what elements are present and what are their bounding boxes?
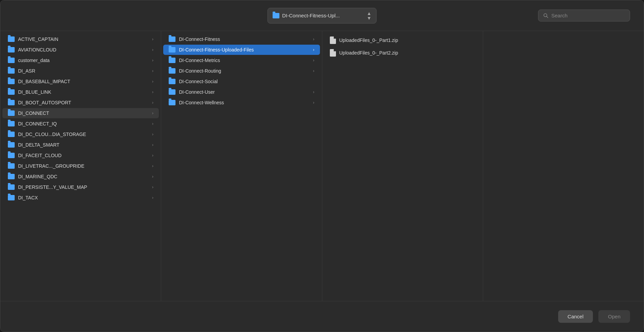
folder-icon bbox=[8, 100, 15, 105]
item-name: DI_DELTA_SMART bbox=[18, 142, 149, 148]
item-name: DI_ASR bbox=[18, 68, 149, 74]
chevron-right-icon: › bbox=[152, 69, 153, 73]
item-name: DI-Connect-Wellness bbox=[179, 100, 309, 105]
chevron-right-icon: › bbox=[313, 37, 315, 42]
list-item[interactable]: DI_CONNECT› bbox=[2, 108, 159, 118]
folder-icon bbox=[8, 163, 15, 169]
item-name: DI_CONNECT_IQ bbox=[18, 121, 149, 126]
chevron-right-icon: › bbox=[152, 195, 153, 200]
chevron-right-icon: › bbox=[313, 90, 315, 94]
chevron-right-icon: › bbox=[152, 47, 153, 52]
folder-icon bbox=[169, 89, 175, 95]
chevron-right-icon: › bbox=[313, 47, 315, 52]
column-3: UploadedFiles_0-_Part1.zipUploadedFiles_… bbox=[322, 31, 483, 301]
chevron-right-icon: › bbox=[152, 37, 153, 42]
search-input[interactable] bbox=[551, 13, 625, 18]
item-name: UploadedFiles_0-_Part2.zip bbox=[339, 50, 475, 56]
folder-icon bbox=[8, 58, 15, 63]
chevron-right-icon: › bbox=[152, 111, 153, 116]
file-icon bbox=[330, 36, 336, 44]
list-item[interactable]: DI_MARINE_QDC› bbox=[2, 171, 159, 182]
column-2: DI-Connect-Fitness›DI-Connect-Fitness-Up… bbox=[161, 31, 322, 301]
item-name: DI_TACX bbox=[18, 195, 149, 200]
list-item[interactable]: DI_LIVETRAC..._GROUPRIDE› bbox=[2, 161, 159, 171]
chevron-right-icon: › bbox=[152, 90, 153, 94]
list-item[interactable]: DI_BOOT_AUTOSPORT› bbox=[2, 97, 159, 108]
list-item[interactable]: customer_data› bbox=[2, 55, 159, 65]
item-name: DI-Connect-Fitness-Uploaded-Files bbox=[179, 47, 309, 52]
chevron-right-icon: › bbox=[152, 142, 153, 147]
item-name: ACTIVE_CAPTAIN bbox=[18, 36, 149, 42]
folder-icon bbox=[8, 79, 15, 84]
chevron-right-icon: › bbox=[152, 121, 153, 126]
folder-icon bbox=[8, 110, 15, 116]
column-4 bbox=[483, 31, 644, 301]
list-item[interactable]: UploadedFiles_0-_Part1.zip bbox=[324, 34, 481, 46]
folder-icon bbox=[8, 89, 15, 95]
chevron-right-icon: › bbox=[152, 100, 153, 105]
item-name: DI-Connect-Fitness bbox=[179, 36, 309, 42]
search-icon bbox=[543, 13, 549, 18]
chevron-right-icon: › bbox=[313, 69, 315, 73]
folder-icon bbox=[8, 121, 15, 126]
item-name: DI_CONNECT bbox=[18, 110, 149, 116]
item-name: DI_MARINE_QDC bbox=[18, 174, 149, 179]
list-item[interactable]: DI-Connect-Metrics› bbox=[163, 55, 320, 65]
folder-icon bbox=[273, 13, 279, 18]
folder-icon bbox=[8, 68, 15, 74]
item-name: DI-Connect-Metrics bbox=[179, 58, 309, 63]
list-item[interactable]: ACTIVE_CAPTAIN› bbox=[2, 34, 159, 44]
list-item[interactable]: DI_FACEIT_CLOUD› bbox=[2, 150, 159, 161]
folder-icon bbox=[8, 184, 15, 190]
list-item[interactable]: DI_CONNECT_IQ› bbox=[2, 119, 159, 129]
list-item[interactable]: DI_DC_CLOU...DIA_STORAGE› bbox=[2, 129, 159, 139]
file-dialog: DI-Connect-Fitness-Upl... ▲ ▼ ACTIVE_CAP… bbox=[0, 0, 644, 332]
open-button[interactable]: Open bbox=[598, 310, 630, 323]
path-selector-text: DI-Connect-Fitness-Upl... bbox=[282, 13, 364, 18]
item-name: DI-Connect-Social bbox=[179, 79, 314, 84]
item-name: DI_LIVETRAC..._GROUPRIDE bbox=[18, 163, 149, 169]
item-name: DI-Connect-Routing bbox=[179, 68, 309, 74]
list-item[interactable]: DI-Connect-Fitness-Uploaded-Files› bbox=[163, 45, 320, 55]
item-name: DI_FACEIT_CLOUD bbox=[18, 153, 149, 158]
chevron-right-icon: › bbox=[152, 153, 153, 158]
list-item[interactable]: DI_BASEBALL_IMPACT› bbox=[2, 76, 159, 87]
path-selector[interactable]: DI-Connect-Fitness-Upl... ▲ ▼ bbox=[267, 8, 377, 24]
toolbar: DI-Connect-Fitness-Upl... ▲ ▼ bbox=[0, 0, 644, 31]
list-item[interactable]: DI-Connect-Social bbox=[163, 76, 320, 87]
chevron-right-icon: › bbox=[313, 100, 315, 105]
list-item[interactable]: DI-Connect-Wellness› bbox=[163, 97, 320, 108]
search-box[interactable] bbox=[538, 10, 630, 21]
list-item[interactable]: DI_TACX› bbox=[2, 193, 159, 203]
chevron-right-icon: › bbox=[313, 58, 315, 63]
item-name: DI_BLUE_LINK bbox=[18, 89, 149, 95]
list-item[interactable]: DI-Connect-Routing› bbox=[163, 66, 320, 76]
list-item[interactable]: DI-Connect-User› bbox=[163, 87, 320, 97]
item-name: DI_BASEBALL_IMPACT bbox=[18, 79, 149, 84]
item-name: DI-Connect-User bbox=[179, 89, 309, 95]
folder-icon bbox=[8, 174, 15, 179]
cancel-button[interactable]: Cancel bbox=[558, 310, 593, 323]
item-name: UploadedFiles_0-_Part1.zip bbox=[339, 37, 475, 43]
list-item[interactable]: DI_ASR› bbox=[2, 66, 159, 76]
folder-icon bbox=[169, 100, 175, 105]
list-item[interactable]: DI_DELTA_SMART› bbox=[2, 140, 159, 150]
folder-icon bbox=[8, 36, 15, 42]
list-item[interactable]: AVIATIONCLOUD› bbox=[2, 45, 159, 55]
svg-line-1 bbox=[547, 16, 548, 18]
item-name: DI_BOOT_AUTOSPORT bbox=[18, 100, 149, 105]
chevron-right-icon: › bbox=[152, 164, 153, 168]
chevron-right-icon: › bbox=[152, 132, 153, 137]
chevron-right-icon: › bbox=[152, 58, 153, 63]
folder-icon bbox=[8, 153, 15, 158]
folder-icon bbox=[169, 79, 175, 84]
item-name: customer_data bbox=[18, 58, 149, 63]
list-item[interactable]: DI-Connect-Fitness› bbox=[163, 34, 320, 44]
list-item[interactable]: DI_PERSISTE...Y_VALUE_MAP› bbox=[2, 182, 159, 192]
folder-icon bbox=[169, 36, 175, 42]
list-item[interactable]: UploadedFiles_0-_Part2.zip bbox=[324, 47, 481, 59]
column-1: ACTIVE_CAPTAIN›AVIATIONCLOUD›customer_da… bbox=[0, 31, 161, 301]
item-name: DI_DC_CLOU...DIA_STORAGE bbox=[18, 132, 149, 137]
list-item[interactable]: DI_BLUE_LINK› bbox=[2, 87, 159, 97]
columns-area: ACTIVE_CAPTAIN›AVIATIONCLOUD›customer_da… bbox=[0, 31, 644, 301]
